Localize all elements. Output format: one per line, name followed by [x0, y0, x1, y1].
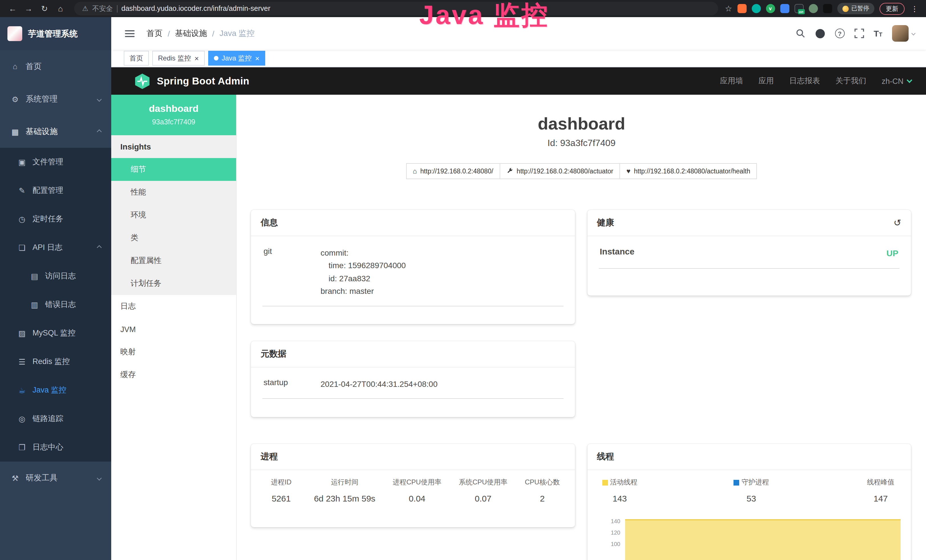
forward-icon[interactable]: →	[22, 2, 35, 15]
home-icon[interactable]: ⌂	[54, 2, 67, 15]
paused-badge[interactable]: 已暂停	[837, 3, 875, 14]
warning-icon: ⚠	[82, 5, 88, 12]
y-tick: 140	[598, 518, 620, 524]
url-text[interactable]: dashboard.yudao.iocoder.cn/infra/admin-s…	[121, 5, 271, 12]
chevron-up-icon	[97, 245, 102, 250]
logo-image	[8, 26, 22, 41]
sidebar-item-devtools[interactable]: ⚒ 研发工具	[0, 462, 111, 494]
workspace: 首页 / 基础设施 / Java 监控 ?	[111, 17, 926, 560]
tag-home[interactable]: 首页	[124, 51, 149, 66]
bookmark-star-icon[interactable]: ☆	[725, 4, 732, 13]
close-icon[interactable]: ×	[195, 54, 199, 62]
font-size-icon[interactable]: TT	[873, 29, 882, 38]
sba-item-classes[interactable]: 类	[111, 227, 236, 249]
sba-main: dashboard Id: 93a3fc7f7409 ⌂ http://192.…	[237, 95, 926, 560]
edit-icon: ✎	[17, 186, 27, 195]
sidebar-item-trace[interactable]: ◎ 链路追踪	[0, 404, 111, 433]
health-row-instance: Instance UP	[599, 240, 899, 269]
browser-menu-icon[interactable]: ⋮	[910, 4, 920, 13]
sidebar-item-redis[interactable]: ☰ Redis 监控	[0, 348, 111, 376]
nav-applications[interactable]: 应用	[758, 76, 774, 86]
history-icon[interactable]: ↺	[893, 218, 901, 227]
nav-journal[interactable]: 日志报表	[789, 76, 820, 86]
tag-java[interactable]: Java 监控 ×	[208, 51, 265, 66]
browser-toolbar-right: ☆ v on 已暂停 更新 ⋮	[725, 3, 921, 15]
collapse-sidebar-icon[interactable]	[124, 28, 136, 39]
locale-select[interactable]: zh-CN	[882, 77, 911, 85]
topbar-actions: ? TT	[795, 25, 915, 42]
chevron-down-icon	[97, 475, 102, 480]
fullscreen-icon[interactable]	[854, 29, 864, 38]
instance-links: ⌂ http://192.168.0.2:48080/ http://192.1…	[237, 163, 926, 179]
app-sidebar: 芋道管理系统 ⌂ 首页 ⚙ 系统管理 ▦ 基础设施 ▣ 文件管理	[0, 17, 111, 560]
refresh-icon[interactable]: ↻	[38, 2, 51, 15]
sba-item-env[interactable]: 环境	[111, 204, 236, 227]
paused-label: 已暂停	[851, 5, 869, 12]
card-title: 线程	[597, 451, 614, 462]
sba-item-jvm[interactable]: JVM	[111, 318, 236, 341]
address-bar[interactable]: ⚠ 不安全 dashboard.yudao.iocoder.cn/infra/a…	[74, 2, 718, 15]
help-icon[interactable]: ?	[835, 29, 844, 38]
metadata-row-startup: startup 2021-04-27T00:44:31.254+08:00	[262, 371, 563, 399]
sba-item-logfile[interactable]: 日志	[111, 295, 236, 318]
security-label[interactable]: 不安全	[92, 4, 113, 14]
sidebar-item-logcenter[interactable]: ❐ 日志中心	[0, 433, 111, 462]
sidebar-item-errorlog[interactable]: ▥ 错误日志	[0, 291, 111, 319]
sidebar-item-java[interactable]: ☕ Java 监控	[0, 376, 111, 404]
extension-icon-teal[interactable]	[752, 4, 761, 13]
info-card: 信息 git commit: time: 1596289704000	[251, 210, 575, 324]
nav-about[interactable]: 关于我们	[835, 76, 866, 86]
sidebar-item-mysql[interactable]: ▨ MySQL 监控	[0, 319, 111, 348]
breadcrumb-home[interactable]: 首页	[147, 28, 163, 38]
app-logo[interactable]: 芋道管理系统	[0, 17, 111, 50]
sidebar-item-job[interactable]: ◷ 定时任务	[0, 205, 111, 233]
y-tick: 100	[598, 541, 620, 547]
infra-submenu: ▣ 文件管理 ✎ 配置管理 ◷ 定时任务 ❏ API 日志 ▤	[0, 148, 111, 462]
user-menu[interactable]	[892, 25, 915, 42]
sidebar-item-home[interactable]: ⌂ 首页	[0, 50, 111, 83]
breadcrumb: 首页 / 基础设施 / Java 监控	[147, 28, 255, 38]
update-button[interactable]: 更新	[879, 3, 905, 15]
extension-icon-orange[interactable]	[737, 4, 746, 13]
metadata-value: 2021-04-27T00:44:31.254+08:00	[321, 378, 562, 390]
sba-item-configprops[interactable]: 配置属性	[111, 249, 236, 272]
back-icon[interactable]: ←	[6, 2, 20, 15]
nav-wall[interactable]: 应用墙	[720, 76, 743, 86]
health-url-link[interactable]: ♥ http://192.168.0.2:48080/actuator/heal…	[620, 163, 757, 179]
sidebar-item-accesslog[interactable]: ▤ 访问日志	[0, 262, 111, 291]
extension-icon-blue-grid[interactable]	[780, 4, 789, 13]
wrench-icon	[507, 168, 513, 175]
extension-icon-plug[interactable]	[823, 4, 832, 13]
service-url-link[interactable]: ⌂ http://192.168.0.2:48080/	[406, 163, 500, 179]
sba-item-details[interactable]: 细节	[111, 158, 236, 181]
sidebar-item-file[interactable]: ▣ 文件管理	[0, 148, 111, 176]
extension-icon-green[interactable]: v	[766, 4, 775, 13]
sidebar-item-infra[interactable]: ▦ 基础设施	[0, 115, 111, 148]
metric-process-cpu: 进程CPU使用率 0.04	[393, 478, 442, 503]
health-card: 健康 ↺ Instance UP	[587, 210, 911, 295]
sidebar-item-apilog[interactable]: ❏ API 日志	[0, 233, 111, 262]
info-key: git	[263, 247, 321, 298]
search-icon[interactable]	[795, 29, 805, 38]
sba-item-scheduledtasks[interactable]: 计划任务	[111, 272, 236, 295]
breadcrumb-infra[interactable]: 基础设施	[175, 28, 207, 38]
instance-header[interactable]: dashboard 93a3fc7f7409	[111, 95, 236, 135]
metric-peak-threads: 线程峰值 147	[865, 478, 896, 503]
caret-down-icon	[911, 31, 915, 35]
actuator-url-link[interactable]: http://192.168.0.2:48080/actuator	[500, 163, 620, 179]
extension-icon-leaf[interactable]	[808, 4, 818, 13]
tag-redis[interactable]: Redis 监控 ×	[152, 51, 204, 66]
info-row-git: git commit: time: 1596289704000 id: 27aa…	[262, 240, 563, 306]
app-frame: 芋道管理系统 ⌂ 首页 ⚙ 系统管理 ▦ 基础设施 ▣ 文件管理	[0, 17, 926, 560]
sidebar-item-system[interactable]: ⚙ 系统管理	[0, 83, 111, 115]
sba-brand[interactable]: Spring Boot Admin	[134, 73, 249, 89]
sidebar-item-config[interactable]: ✎ 配置管理	[0, 176, 111, 205]
extension-icon-switch[interactable]: on	[794, 4, 803, 13]
document-icon: ❏	[17, 243, 27, 252]
sba-item-mappings[interactable]: 映射	[111, 341, 236, 363]
close-icon[interactable]: ×	[255, 54, 260, 62]
sba-item-caches[interactable]: 缓存	[111, 363, 236, 386]
metadata-card: 元数据 startup 2021-04-27T00:44:31.254+08:0…	[251, 341, 575, 417]
github-icon[interactable]	[815, 28, 825, 38]
sba-item-metrics[interactable]: 性能	[111, 181, 236, 204]
